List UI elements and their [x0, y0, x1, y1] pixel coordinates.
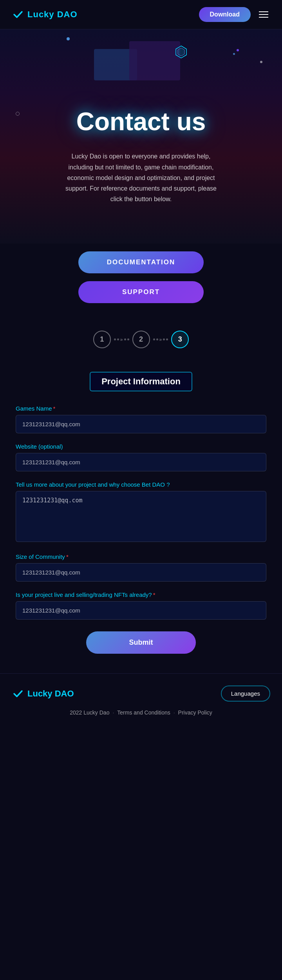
dot — [166, 338, 168, 340]
separator-dot: · — [112, 709, 114, 716]
dot — [114, 338, 116, 340]
project-description-group: Tell us more about your project and why … — [16, 481, 266, 544]
website-input[interactable] — [16, 453, 266, 471]
support-button[interactable]: SUPPORT — [78, 281, 204, 303]
required-star: * — [53, 405, 56, 412]
navbar: Lucky DAO Download — [0, 0, 282, 29]
languages-button[interactable]: Languages — [221, 685, 270, 702]
arrow-icon: » — [120, 337, 123, 342]
documentation-button[interactable]: DOCUMENTATION — [78, 251, 204, 273]
community-size-label: Size of Community* — [16, 553, 266, 560]
arrow-icon: » — [159, 337, 162, 342]
step-3[interactable]: 3 — [171, 331, 189, 348]
dot — [124, 338, 126, 340]
dot — [117, 338, 119, 340]
shape-rect-2 — [129, 41, 180, 80]
hexagon-icon — [174, 45, 188, 59]
hamburger-line-1 — [259, 11, 268, 12]
dot — [127, 338, 129, 340]
project-description-label: Tell us more about your project and why … — [16, 481, 266, 488]
copyright-text: 2022 Lucky Dao — [70, 709, 109, 716]
hero-section: Contact us Lucky Dao is open to everyone… — [0, 29, 282, 244]
logo-icon — [12, 8, 24, 21]
footer-logo-text: Lucky DAO — [27, 689, 74, 699]
logo: Lucky DAO — [12, 8, 78, 21]
footer-links: 2022 Lucky Dao · Terms and Conditions · … — [12, 709, 270, 716]
hamburger-line-2 — [259, 14, 268, 15]
project-information-title: Project Information — [90, 372, 192, 391]
nft-status-input[interactable] — [16, 601, 266, 620]
connector-1-2: » — [114, 337, 129, 342]
nft-status-group: Is your project live and selling/trading… — [16, 591, 266, 620]
community-size-group: Size of Community* — [16, 553, 266, 582]
hamburger-line-3 — [259, 17, 268, 18]
submit-button[interactable]: Submit — [86, 631, 196, 654]
download-button[interactable]: Download — [199, 7, 251, 22]
nav-right: Download — [199, 7, 270, 22]
footer-logo-icon — [12, 687, 24, 700]
decorative-dot-tr2 — [233, 53, 235, 55]
hamburger-menu[interactable] — [257, 9, 270, 20]
hero-title: Contact us — [12, 108, 270, 135]
decorative-dot-tr — [260, 61, 262, 63]
step-1[interactable]: 1 — [93, 331, 111, 348]
dot — [163, 338, 165, 340]
footer: Lucky DAO Languages 2022 Lucky Dao · Ter… — [0, 673, 282, 724]
footer-top: Lucky DAO Languages — [12, 685, 270, 702]
separator-dot: · — [174, 709, 175, 716]
project-description-textarea[interactable]: 1231231231@qq.com — [16, 491, 266, 542]
step-2[interactable]: 2 — [132, 331, 150, 348]
dot — [156, 338, 158, 340]
required-star: * — [153, 591, 155, 598]
stepper: 1 » 2 » 3 — [0, 319, 282, 364]
svg-marker-1 — [178, 48, 184, 56]
form-section: Project Information Games Name* Website … — [0, 364, 282, 673]
section-title: Project Information — [16, 372, 266, 391]
community-size-input[interactable] — [16, 563, 266, 582]
hero-decorative-shapes — [82, 41, 200, 112]
dot — [153, 338, 155, 340]
action-buttons-section: DOCUMENTATION SUPPORT — [0, 244, 282, 319]
privacy-link[interactable]: Privacy Policy — [178, 709, 212, 716]
website-label: Website (optional) — [16, 443, 266, 450]
terms-link[interactable]: Terms and Conditions — [117, 709, 170, 716]
games-name-label: Games Name* — [16, 405, 266, 412]
games-name-input[interactable] — [16, 415, 266, 433]
nft-status-label: Is your project live and selling/trading… — [16, 591, 266, 598]
games-name-group: Games Name* — [16, 405, 266, 433]
connector-2-3: » — [153, 337, 168, 342]
website-group: Website (optional) — [16, 443, 266, 471]
required-star: * — [66, 553, 69, 560]
hero-description: Lucky Dao is open to everyone and provid… — [59, 151, 223, 204]
logo-text: Lucky DAO — [27, 9, 78, 20]
footer-logo: Lucky DAO — [12, 687, 74, 700]
